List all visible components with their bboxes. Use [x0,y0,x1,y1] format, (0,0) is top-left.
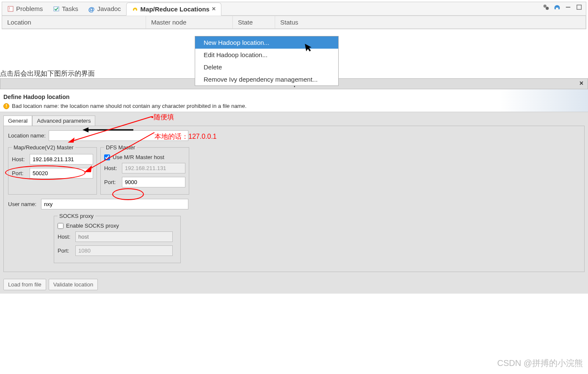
tab-tasks[interactable]: Tasks [48,3,83,15]
col-state[interactable]: State [233,16,275,28]
validate-location-button[interactable]: Validate location [49,279,98,290]
close-icon[interactable]: ✕ [212,6,216,12]
menu-edit-hadoop-location[interactable]: Edit Hadoop location... [195,49,338,61]
tab-javadoc-label: Javadoc [97,5,121,12]
maximize-icon[interactable] [575,3,583,11]
svg-line-11 [87,132,155,170]
locations-table-header: Location Master node State Status [2,16,586,29]
tab-javadoc[interactable]: @ Javadoc [83,3,126,15]
tab-tasks-label: Tasks [62,5,78,12]
load-from-file-button[interactable]: Load from file [3,279,46,290]
dfs-port-label: Port: [104,179,119,185]
dfs-port-input[interactable] [122,177,185,187]
col-status[interactable]: Status [275,16,586,28]
socks-proxy-group: SOCKS proxy Enable SOCKS proxy Host: Por… [54,213,181,263]
annotation-2: 本地的话：127.0.0.1 [155,132,217,141]
tab-problems-label: Problems [16,5,43,12]
tab-general[interactable]: General [3,116,32,126]
svg-marker-10 [68,138,75,143]
socks-legend: SOCKS proxy [58,213,95,219]
socks-host-label: Host: [58,234,73,240]
svg-point-3 [544,5,547,8]
cursor-icon [304,41,314,54]
problems-icon: ! [7,6,14,12]
tab-mapreduce-locations[interactable]: Map/Reduce Locations ✕ [126,3,221,16]
elephant-icon [132,6,138,12]
warning-icon: ! [3,103,9,109]
enable-socks-label: Enable SOCKS proxy [66,223,119,229]
col-master[interactable]: Master node [146,16,233,28]
mr-port-label: Port: [12,170,27,176]
context-menu: New Hadoop location... Edit Hadoop locat… [195,36,339,86]
svg-marker-12 [84,165,92,172]
svg-rect-2 [54,7,59,11]
svg-text:!: ! [9,7,10,11]
user-name-label: User name: [8,201,39,207]
menu-new-hadoop-location[interactable]: New Hadoop location... [195,36,338,49]
socks-port-label: Port: [58,248,73,254]
mr-legend: Map/Reduce(V2) Master [12,144,75,151]
minimize-icon[interactable] [564,3,572,11]
menu-delete[interactable]: Delete [195,61,338,73]
dialog-header: Define Hadoop location ! Bad location na… [0,89,588,112]
mr-host-label: Host: [12,156,27,162]
socks-port-input [75,245,173,256]
tasks-icon [53,6,60,12]
view-tabs: ! Problems Tasks @ Javadoc Map/Reduce Lo… [2,2,586,16]
menu-remove-ivy[interactable]: Remove Ivy dependency management... [195,73,338,85]
gears-icon[interactable] [542,3,550,11]
col-location[interactable]: Location [2,16,146,28]
svg-point-4 [546,7,549,10]
dialog-warning-text: Bad location name: the location name sho… [12,103,246,109]
enable-socks-checkbox[interactable] [58,223,63,229]
javadoc-icon: @ [88,6,95,12]
socks-host-input [75,231,173,242]
dialog-close-button[interactable]: × [580,80,583,87]
user-name-input[interactable] [41,199,188,209]
dialog-subtitle: Define Hadoop location [3,94,585,100]
tab-mapreduce-label: Map/Reduce Locations [141,6,210,13]
svg-rect-6 [577,5,582,10]
tab-problems[interactable]: ! Problems [2,3,48,15]
location-name-label: Location name: [8,132,46,139]
svg-rect-5 [566,7,571,8]
elephant-blue-icon[interactable] [553,3,561,11]
annotation-arrow-red-2 [83,132,159,175]
